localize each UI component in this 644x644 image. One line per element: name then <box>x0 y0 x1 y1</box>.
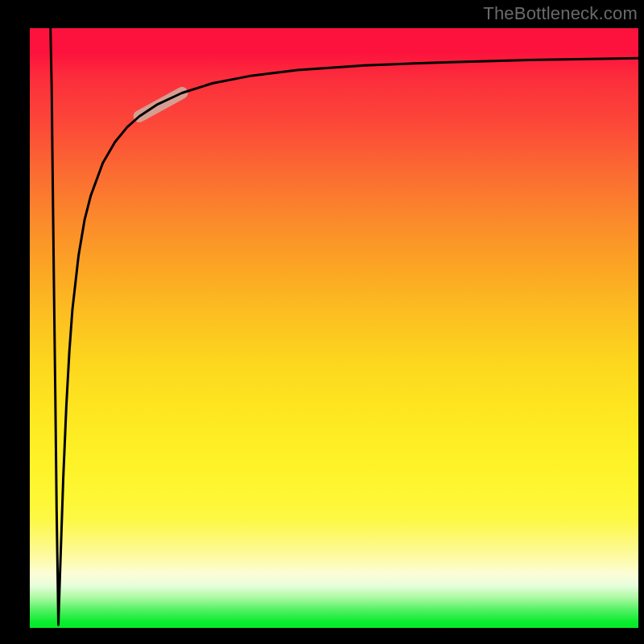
chart-canvas: TheBottleneck.com <box>0 0 644 644</box>
watermark-text: TheBottleneck.com <box>483 3 638 24</box>
plot-area <box>30 28 638 628</box>
